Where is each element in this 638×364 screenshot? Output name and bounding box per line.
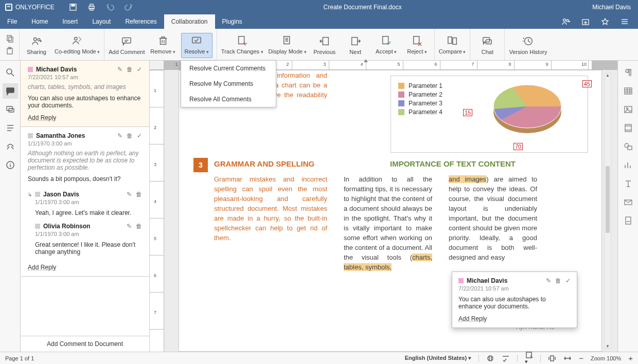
manage-access-icon[interactable] <box>562 17 570 26</box>
undo-icon[interactable] <box>106 3 114 11</box>
delete-comment-icon[interactable]: 🗑 <box>127 66 133 73</box>
add-reply-link[interactable]: Add Reply <box>28 264 56 271</box>
brand-label: ONLYOFFICE <box>15 4 55 11</box>
redo-icon[interactable] <box>125 3 133 11</box>
svg-rect-3 <box>90 4 93 6</box>
delete-comment-icon[interactable]: 🗑 <box>555 277 561 284</box>
sharing-button[interactable]: Sharing <box>24 35 49 58</box>
about-icon[interactable] <box>6 160 15 170</box>
paragraph-settings-icon[interactable] <box>624 68 633 77</box>
tab-insert[interactable]: Insert <box>55 14 85 29</box>
resolve-comment-icon[interactable]: ✓ <box>565 277 571 284</box>
zoom-out-icon[interactable]: − <box>579 354 583 362</box>
tab-file[interactable]: File <box>0 14 24 29</box>
table-settings-icon[interactable] <box>624 86 633 96</box>
floating-comment-popup[interactable]: Michael Davis ✎ 🗑 ✓ 7/22/2021 10:57 am Y… <box>452 271 577 328</box>
comment-item[interactable]: Michael Davis ✎ 🗑 ✓ 7/22/2021 10:57 am c… <box>21 61 149 127</box>
print-icon[interactable] <box>87 3 96 11</box>
resolve-current-item[interactable]: Resolve Current Comments <box>181 61 276 76</box>
user-name[interactable]: Michael Davis <box>592 4 638 11</box>
tab-plugins[interactable]: Plugins <box>215 14 250 29</box>
delete-comment-icon[interactable]: 🗑 <box>136 191 142 198</box>
zoom-label[interactable]: Zoom 100% <box>591 355 621 361</box>
comment-timestamp: 7/22/2021 10:57 am <box>458 285 571 292</box>
delete-comment-icon[interactable]: 🗑 <box>127 132 133 139</box>
remove-button[interactable]: Remove <box>150 35 176 58</box>
chart[interactable]: Parameter 1 Parameter 2 Parameter 3 Para… <box>391 76 588 153</box>
open-location-icon[interactable] <box>581 17 590 26</box>
shape-settings-icon[interactable] <box>624 142 633 151</box>
fit-page-icon[interactable] <box>548 355 556 362</box>
page-indicator[interactable]: Page 1 of 1 <box>5 355 34 361</box>
spellcheck-icon[interactable] <box>486 355 494 362</box>
accept-button[interactable]: Accept <box>374 35 399 58</box>
chat-button[interactable]: Chat <box>474 35 500 58</box>
resolve-comment-icon[interactable]: ✓ <box>137 132 142 139</box>
chart-callout: 45 <box>582 80 592 87</box>
comment-reply: Olivia Robinson ✎ 🗑 1/1/1970 3:00 am Gre… <box>28 220 142 259</box>
favorite-icon[interactable] <box>601 17 609 26</box>
menu-icon[interactable] <box>621 17 629 26</box>
coediting-mode-button[interactable]: Co-editing Mode <box>55 35 100 58</box>
edit-comment-icon[interactable]: ✎ <box>117 66 122 73</box>
comments-panel-icon[interactable] <box>6 86 15 96</box>
display-mode-button[interactable]: Display Mode <box>269 35 307 58</box>
chat-panel-icon[interactable] <box>6 105 15 114</box>
track-changes-button[interactable]: Track Changes <box>221 35 263 58</box>
copy-icon[interactable] <box>6 34 14 43</box>
doc-settings-icon[interactable]: ▾ <box>525 351 533 364</box>
paste-icon[interactable] <box>6 47 14 55</box>
resolve-dropdown[interactable]: Resolve Current Comments Resolve My Comm… <box>181 60 276 107</box>
previous-button[interactable]: Previous <box>312 35 338 58</box>
header-footer-icon[interactable] <box>624 123 633 133</box>
resolve-button[interactable]: Resolve <box>181 33 212 58</box>
scroll-down-icon[interactable]: ▼ <box>605 344 611 349</box>
tab-layout[interactable]: Layout <box>85 14 118 29</box>
save-icon[interactable] <box>69 3 77 11</box>
resolve-my-item[interactable]: Resolve My Comments <box>181 76 276 92</box>
language-selector[interactable]: English (United States) ▾ <box>405 355 471 361</box>
zoom-in-icon[interactable]: + <box>628 354 633 362</box>
search-icon[interactable] <box>6 68 15 77</box>
compare-button[interactable]: Compare <box>439 35 466 58</box>
text-art-icon[interactable] <box>624 179 633 188</box>
fit-width-icon[interactable] <box>563 355 572 362</box>
trackchanges-status-icon[interactable] <box>502 355 510 362</box>
add-comment-button[interactable]: Add Comment <box>109 35 145 58</box>
comment-item[interactable]: Samantha Jones ✎ 🗑 ✓ 1/1/1970 3:00 am Al… <box>21 127 149 277</box>
comments-panel: Michael Davis ✎ 🗑 ✓ 7/22/2021 10:57 am c… <box>21 61 150 352</box>
edit-comment-icon[interactable]: ✎ <box>117 132 122 139</box>
navigation-icon[interactable] <box>6 123 15 133</box>
delete-comment-icon[interactable]: 🗑 <box>136 223 142 230</box>
image-settings-icon[interactable] <box>624 105 633 114</box>
tab-references[interactable]: References <box>118 14 164 29</box>
edit-comment-icon[interactable]: ✎ <box>127 223 132 230</box>
resolve-comment-icon[interactable]: ✓ <box>137 66 142 73</box>
tab-home[interactable]: Home <box>24 14 55 29</box>
svg-point-29 <box>7 69 12 74</box>
tab-collaboration[interactable]: Collaboration <box>164 14 215 29</box>
scrollbar-thumb[interactable] <box>606 166 610 233</box>
reject-button[interactable]: Reject <box>404 35 430 58</box>
edit-comment-icon[interactable]: ✎ <box>546 277 551 284</box>
version-history-button[interactable]: Version History <box>509 35 547 58</box>
mail-merge-icon[interactable] <box>624 197 633 207</box>
signature-icon[interactable] <box>624 216 633 225</box>
body-columns: Grammar mistakes and incorrect spelling … <box>214 174 586 272</box>
vertical-ruler[interactable]: 1 2 3 4 5 6 7 <box>150 70 164 352</box>
add-comment-to-document-link[interactable]: Add Comment to Document <box>21 336 149 352</box>
vertical-scrollbar[interactable]: ▲ ▼ <box>604 73 611 349</box>
author-swatch-icon <box>28 133 33 138</box>
resolve-all-item[interactable]: Resolve All Comments <box>181 92 276 107</box>
svg-rect-8 <box>7 35 11 41</box>
clipboard-mini <box>0 29 20 60</box>
edit-comment-icon[interactable]: ✎ <box>127 191 132 198</box>
add-reply-link[interactable]: Add Reply <box>28 114 56 121</box>
comment-author: Samantha Jones <box>36 132 85 139</box>
scroll-up-icon[interactable]: ▲ <box>605 73 611 78</box>
next-button[interactable]: Next <box>343 35 368 58</box>
reply-body: Yeah, I agree. Let's make it clearer. <box>35 209 142 216</box>
feedback-icon[interactable] <box>6 142 15 151</box>
chart-settings-icon[interactable] <box>624 160 633 170</box>
add-reply-link[interactable]: Add Reply <box>458 315 487 322</box>
